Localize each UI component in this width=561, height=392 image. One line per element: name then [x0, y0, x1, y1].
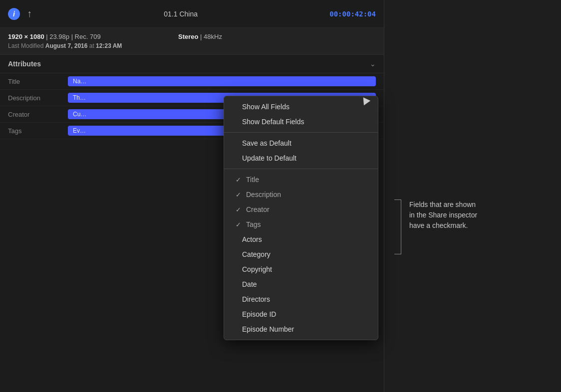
top-bar-left: i ↑ — [8, 8, 32, 20]
checkmark-creator: ✓ — [234, 206, 242, 213]
menu-item-category[interactable]: Category — [224, 247, 378, 262]
annotation-text: Fields that are shown in the Share inspe… — [404, 199, 477, 231]
annotation-line3: have a checkmark. — [409, 221, 468, 229]
show-default-fields-label: Show Default Fields — [242, 118, 304, 126]
specs: | 23.98p | Rec. 709 — [44, 33, 101, 40]
save-as-default-label: Save as Default — [242, 139, 291, 147]
chevron-down-icon[interactable]: ⌄ — [370, 60, 376, 68]
meta-bar: 1920 × 1080 | 23.98p | Rec. 709 Stereo |… — [0, 28, 384, 55]
menu-item-description[interactable]: ✓ Description — [224, 187, 378, 202]
field-label-title: Title — [8, 78, 68, 85]
field-label-tags: Tags — [8, 127, 68, 135]
info-icon[interactable]: i — [8, 8, 20, 20]
menu-copyright-label: Copyright — [242, 265, 272, 273]
timecode: 00:00:42:04 — [329, 10, 376, 18]
checkmark-description: ✓ — [234, 191, 242, 198]
menu-item-copyright[interactable]: Copyright — [224, 262, 378, 277]
annotation-line2: in the Share inspector — [409, 211, 477, 219]
menu-item-episode-id[interactable]: Episode ID — [224, 307, 378, 322]
modified-time: 12:23 AM — [96, 42, 122, 49]
checkmark-tags: ✓ — [234, 221, 242, 228]
menu-item-tags[interactable]: ✓ Tags — [224, 217, 378, 232]
modified-date: August 7, 2016 — [45, 42, 88, 49]
annotation-bracket — [394, 199, 401, 254]
menu-creator-label: Creator — [246, 205, 270, 213]
resolution-row: 1920 × 1080 | 23.98p | Rec. 709 Stereo |… — [8, 33, 376, 40]
menu-item-actors[interactable]: Actors — [224, 232, 378, 247]
menu-item-show-default-fields[interactable]: Show Default Fields — [224, 114, 378, 129]
menu-episode-id-label: Episode ID — [242, 310, 276, 318]
annotation-line1: Fields that are shown — [409, 200, 476, 208]
menu-item-episode-number[interactable]: Episode Number — [224, 322, 378, 337]
attributes-title: Attributes — [8, 60, 41, 68]
menu-section-show: Show All Fields Show Default Fields — [224, 96, 378, 132]
modified-row: Last Modified August 7, 2016 at 12:23 AM — [8, 42, 376, 49]
timecode-prefix: 00:00: — [329, 10, 355, 18]
menu-item-date[interactable]: Date — [224, 277, 378, 292]
menu-category-label: Category — [242, 250, 271, 258]
modified-mid: at — [87, 42, 96, 49]
menu-item-directors[interactable]: Directors — [224, 292, 378, 307]
menu-actors-label: Actors — [242, 235, 262, 243]
annotation-panel: Fields that are shown in the Share inspe… — [394, 199, 561, 231]
show-all-fields-label: Show All Fields — [242, 103, 289, 111]
field-value-title[interactable]: Na… — [68, 76, 376, 86]
checkmark-title: ✓ — [234, 176, 242, 184]
timecode-highlight: 42:04 — [355, 10, 376, 18]
menu-section-fields: ✓ Title ✓ Description ✓ Creator ✓ Tags A… — [224, 169, 378, 340]
menu-item-creator[interactable]: ✓ Creator — [224, 202, 378, 217]
modified-prefix: Last Modified — [8, 42, 45, 49]
field-label-creator: Creator — [8, 111, 68, 118]
menu-description-label: Description — [246, 191, 281, 198]
menu-date-label: Date — [242, 280, 257, 288]
menu-episode-number-label: Episode Number — [242, 325, 294, 333]
audio-label: Stereo — [178, 33, 198, 40]
menu-item-update-to-default[interactable]: Update to Default — [224, 151, 378, 166]
menu-item-show-all-fields[interactable]: Show All Fields — [224, 99, 378, 114]
attributes-header[interactable]: Attributes ⌄ — [0, 55, 384, 73]
resolution: 1920 × 1080 — [8, 33, 44, 40]
menu-tags-label: Tags — [246, 220, 261, 228]
field-label-description: Description — [8, 94, 68, 102]
dropdown-menu: Show All Fields Show Default Fields Save… — [224, 96, 378, 340]
clip-title: 01.1 China — [164, 10, 198, 18]
menu-section-save: Save as Default Update to Default — [224, 132, 378, 169]
menu-directors-label: Directors — [242, 295, 270, 303]
top-bar: i ↑ 01.1 China 00:00:42:04 — [0, 0, 384, 28]
menu-item-save-as-default[interactable]: Save as Default — [224, 136, 378, 151]
audio-specs: | 48kHz — [198, 33, 222, 40]
share-icon[interactable]: ↑ — [27, 8, 32, 19]
menu-item-title[interactable]: ✓ Title — [224, 172, 378, 187]
field-row-title: Title Na… — [0, 73, 384, 90]
menu-title-label: Title — [246, 176, 259, 184]
update-to-default-label: Update to Default — [242, 154, 296, 162]
